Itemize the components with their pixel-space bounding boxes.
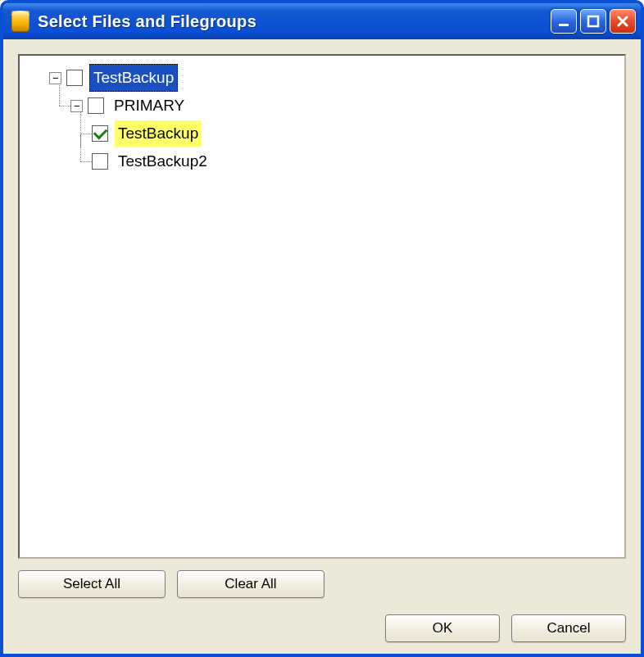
window-title: Select Files and Filegroups bbox=[38, 12, 551, 31]
node-label[interactable]: TestBackup bbox=[115, 120, 202, 147]
checkbox[interactable] bbox=[66, 70, 83, 86]
cancel-button[interactable]: Cancel bbox=[511, 614, 626, 642]
svg-rect-0 bbox=[559, 24, 569, 26]
expander-button[interactable]: − bbox=[70, 100, 83, 112]
select-buttons-row: Select All Clear All bbox=[18, 570, 626, 598]
titlebar[interactable]: Select Files and Filegroups bbox=[3, 3, 641, 39]
tree-node-primary: − PRIMARY bbox=[28, 92, 616, 175]
tree-row[interactable]: − PRIMARY bbox=[28, 92, 616, 120]
select-all-button[interactable]: Select All bbox=[18, 570, 166, 598]
dialog-buttons-row: OK Cancel bbox=[18, 614, 626, 642]
close-icon bbox=[615, 14, 630, 29]
node-label[interactable]: TestBackup bbox=[89, 64, 178, 92]
node-label[interactable]: TestBackup2 bbox=[115, 148, 211, 174]
tree-row[interactable]: TestBackup bbox=[28, 120, 616, 147]
tree-view[interactable]: − TestBackup − PRIMARY bbox=[18, 54, 626, 559]
tree-node-leaf: TestBackup2 bbox=[28, 147, 616, 175]
maximize-icon bbox=[586, 14, 601, 29]
app-icon bbox=[11, 11, 29, 32]
checkbox[interactable] bbox=[92, 153, 108, 170]
expander-button[interactable]: − bbox=[49, 72, 61, 84]
clear-all-button[interactable]: Clear All bbox=[177, 570, 324, 598]
tree-row[interactable]: TestBackup2 bbox=[28, 147, 616, 175]
minimize-button[interactable] bbox=[551, 9, 577, 34]
node-label[interactable]: PRIMARY bbox=[111, 93, 188, 119]
checkbox[interactable] bbox=[88, 97, 104, 114]
close-button[interactable] bbox=[610, 9, 636, 34]
tree-node-root: − TestBackup − PRIMARY bbox=[28, 64, 616, 175]
window-controls bbox=[551, 9, 636, 34]
maximize-button[interactable] bbox=[580, 9, 606, 34]
minimize-icon bbox=[556, 14, 571, 29]
svg-rect-1 bbox=[588, 16, 598, 26]
dialog-window: Select Files and Filegroups − TestBackup bbox=[0, 0, 644, 657]
client-area: − TestBackup − PRIMARY bbox=[3, 39, 641, 654]
tree-row[interactable]: − TestBackup bbox=[28, 64, 616, 92]
tree-node-leaf: TestBackup bbox=[28, 120, 616, 147]
checkbox[interactable] bbox=[92, 125, 108, 142]
ok-button[interactable]: OK bbox=[385, 614, 500, 642]
